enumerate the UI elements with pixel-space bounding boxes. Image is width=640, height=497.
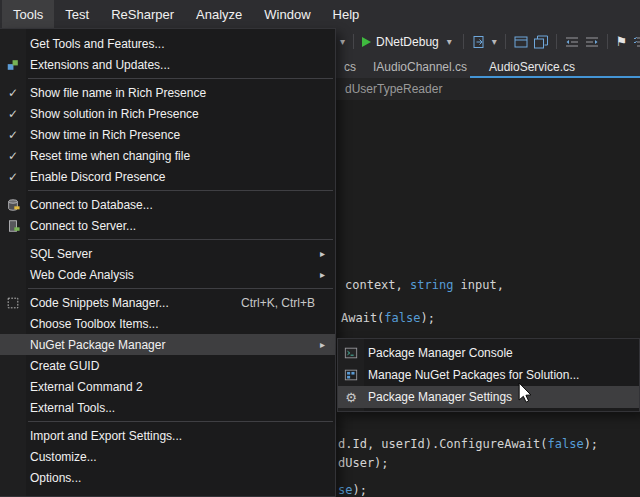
chevron-down-icon: ▾: [444, 36, 455, 47]
mouse-cursor: [518, 383, 532, 404]
menu-item-nuget-package-manager[interactable]: NuGet Package Manager ▸: [0, 334, 335, 355]
tab-audioservice[interactable]: AudioService.cs: [472, 55, 592, 78]
shortcut-label: Ctrl+K, Ctrl+B: [241, 296, 315, 310]
packages-icon: [344, 368, 358, 382]
menu-item-external-tools[interactable]: External Tools...: [0, 397, 335, 418]
menu-item-enable-discord-presence[interactable]: ✓ Enable Discord Presence: [0, 166, 335, 187]
menubar-item-analyze[interactable]: Analyze: [185, 0, 253, 28]
menubar-item-resharper[interactable]: ReSharper: [100, 0, 185, 28]
submenu-item-manage-nuget-packages[interactable]: Manage NuGet Packages for Solution...: [338, 364, 639, 386]
extensions-icon: [6, 58, 20, 72]
submenu-item-package-manager-console[interactable]: Package Manager Console: [338, 342, 639, 364]
menu-item-web-code-analysis[interactable]: Web Code Analysis ▸: [0, 264, 335, 285]
check-icon: ✓: [8, 149, 18, 163]
menu-item-import-export-settings[interactable]: Import and Export Settings...: [0, 425, 335, 446]
submenu-arrow-icon: ▸: [320, 339, 325, 350]
tab-document-partial[interactable]: cs: [337, 55, 363, 78]
check-icon: ✓: [8, 86, 18, 100]
toolbar-separator: [463, 34, 464, 49]
play-icon: [362, 37, 371, 47]
toolbar-separator: [556, 34, 557, 49]
check-icon: ✓: [8, 107, 18, 121]
code-snippets-icon: [6, 296, 20, 310]
menubar-item-test[interactable]: Test: [54, 0, 100, 28]
menubar-item-help[interactable]: Help: [322, 0, 371, 28]
indent-decrease-icon[interactable]: [564, 34, 580, 50]
check-icon: ✓: [8, 128, 18, 142]
menu-item-sql-server[interactable]: SQL Server ▸: [0, 243, 335, 264]
code-line: d.Id, userId).ConfigureAwait(false);: [338, 437, 598, 451]
menu-bar: Tools Test ReSharper Analyze Window Help: [0, 0, 640, 28]
menu-separator: [28, 78, 333, 79]
menu-item-extensions-and-updates[interactable]: Extensions and Updates...: [0, 54, 335, 75]
menu-item-show-time[interactable]: ✓ Show time in Rich Presence: [0, 124, 335, 145]
tab-iaudiochannel[interactable]: IAudioChannel.cs: [368, 55, 472, 78]
code-line: dUser);: [338, 456, 389, 470]
menu-item-get-tools-and-features[interactable]: Get Tools and Features...: [0, 33, 335, 54]
code-line: context, string input,: [345, 278, 504, 292]
menubar-item-tools[interactable]: Tools: [2, 0, 54, 28]
toolbar-separator: [607, 34, 608, 49]
menubar-item-window[interactable]: Window: [253, 0, 321, 28]
start-debug-button[interactable]: DNetDebug ▾: [359, 35, 458, 49]
toolbar-separator: [353, 34, 354, 49]
menu-separator: [28, 421, 333, 422]
debug-target-label: DNetDebug: [376, 35, 439, 49]
chevron-down-icon[interactable]: ▾: [489, 36, 500, 47]
menu-item-options[interactable]: Options...: [0, 467, 335, 488]
menu-separator: [28, 190, 333, 191]
console-icon: [344, 346, 358, 360]
menu-separator: [28, 288, 333, 289]
menu-item-connect-to-server[interactable]: Connect to Server...: [0, 215, 335, 236]
task-list-icon[interactable]: [632, 34, 640, 50]
tools-menu: Get Tools and Features... Extensions and…: [0, 28, 336, 497]
submenu-arrow-icon: ▸: [320, 269, 325, 280]
menu-item-reset-time[interactable]: ✓ Reset time when changing file: [0, 145, 335, 166]
copy-window-icon[interactable]: [533, 34, 549, 50]
nuget-submenu: Package Manager Console Manage NuGet Pac…: [337, 338, 640, 412]
active-tab-underline: [470, 76, 640, 78]
check-icon: ✓: [8, 170, 18, 184]
server-icon: [6, 219, 20, 233]
breadcrumb-text[interactable]: dUserTypeReader: [345, 82, 442, 96]
menu-item-show-solution[interactable]: ✓ Show solution in Rich Presence: [0, 103, 335, 124]
menu-item-customize[interactable]: Customize...: [0, 446, 335, 467]
toolbar-separator: [505, 34, 506, 49]
database-icon: [6, 198, 20, 212]
menu-item-code-snippets-manager[interactable]: Code Snippets Manager... Ctrl+K, Ctrl+B: [0, 292, 335, 313]
code-line: Await(false);: [341, 311, 435, 325]
attach-debugger-icon[interactable]: [471, 34, 487, 50]
menu-separator: [28, 239, 333, 240]
submenu-arrow-icon: ▸: [320, 248, 325, 259]
vs-window: Tools Test ReSharper Analyze Window Help…: [0, 0, 640, 497]
indent-increase-icon[interactable]: [584, 34, 600, 50]
menu-item-choose-toolbox-items[interactable]: Choose Toolbox Items...: [0, 313, 335, 334]
menu-item-create-guid[interactable]: Create GUID: [0, 355, 335, 376]
bookmark-icon[interactable]: ⚑: [616, 34, 628, 49]
menu-item-show-file-name[interactable]: ✓ Show file name in Rich Presence: [0, 82, 335, 103]
new-window-icon[interactable]: [513, 34, 529, 50]
chevron-down-icon[interactable]: ▾: [337, 36, 348, 47]
code-line: se);: [338, 483, 367, 497]
gear-icon: ⚙: [345, 391, 357, 404]
menu-item-external-command-2[interactable]: External Command 2: [0, 376, 335, 397]
submenu-item-package-manager-settings[interactable]: ⚙ Package Manager Settings: [338, 386, 639, 408]
menu-item-connect-to-database[interactable]: Connect to Database...: [0, 194, 335, 215]
